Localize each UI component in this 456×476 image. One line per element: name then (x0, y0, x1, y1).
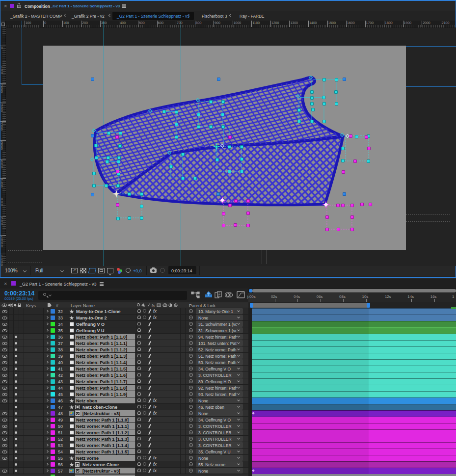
svg-text:fx: fx (152, 303, 155, 308)
